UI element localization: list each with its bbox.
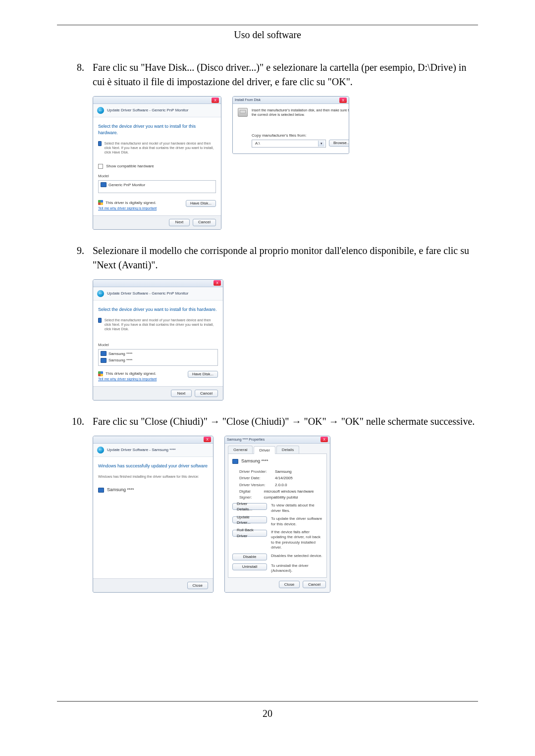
- close-icon[interactable]: X: [321, 437, 328, 442]
- monitor-icon: [98, 318, 102, 323]
- close-icon[interactable]: X: [214, 280, 221, 286]
- next-button[interactable]: Next: [169, 219, 190, 226]
- uninstall-desc: To uninstall the driver (Advanced).: [271, 563, 322, 574]
- wizard-subtext: Windows has finished installing the driv…: [98, 474, 208, 479]
- wizard-breadcrumb: Update Driver Software - Samsung ****: [107, 447, 176, 453]
- model-label: Model: [98, 342, 218, 348]
- signed-label: This driver is digitally signed.: [106, 371, 156, 376]
- monitor-icon: [98, 488, 104, 493]
- install-from-disk-dialog: Install From Disk X Insert the manufactu…: [232, 96, 349, 154]
- cancel-button[interactable]: Cancel: [193, 219, 216, 226]
- disable-desc: Disables the selected device.: [271, 554, 322, 558]
- copy-from-label: Copy manufacturer's files from:: [252, 133, 349, 139]
- back-icon[interactable]: ←: [97, 107, 104, 114]
- version-label: Driver Version:: [239, 482, 275, 488]
- close-icon[interactable]: X: [204, 437, 211, 442]
- monitor-icon: [101, 351, 107, 356]
- rollback-driver-button[interactable]: Roll Back Driver: [232, 530, 267, 537]
- device-properties-dialog: Samsung **** Properties X General Driver…: [224, 436, 330, 593]
- driver-details-desc: To view details about the driver files.: [271, 503, 322, 513]
- model-item[interactable]: Samsung ****: [108, 357, 132, 363]
- wizard-desc: Select the manufacturer and model of you…: [105, 141, 216, 154]
- dialog-title: Install From Disk: [235, 98, 261, 102]
- close-icon[interactable]: X: [212, 98, 219, 103]
- date-label: Driver Date:: [239, 475, 275, 481]
- cancel-button[interactable]: Cancel: [195, 390, 218, 397]
- rollback-driver-desc: If the device fails after updating the d…: [271, 530, 322, 551]
- tab-general[interactable]: General: [228, 446, 253, 454]
- step-9: Selezionare il modello che corrisponde a…: [87, 244, 478, 401]
- device-name: Samsung ****: [107, 487, 134, 493]
- have-disk-button[interactable]: Have Disk...: [186, 200, 216, 207]
- step-10: Fare clic su "Close (Chiudi)" → "Close (…: [87, 414, 478, 593]
- update-driver-wizard-1: X ← Update Driver Software - Generic PnP…: [93, 96, 221, 230]
- dialog-title: Samsung **** Properties: [227, 437, 265, 442]
- wizard-breadcrumb: Update Driver Software - Generic PnP Mon…: [107, 291, 188, 297]
- wizard-heading: Select the device driver you want to ins…: [98, 123, 216, 136]
- driver-details-button[interactable]: Driver Details...: [232, 503, 267, 510]
- show-compatible-checkbox[interactable]: [98, 164, 103, 169]
- have-disk-button[interactable]: Have Disk...: [188, 371, 218, 378]
- device-name: Samsung ****: [241, 458, 268, 464]
- wizard-breadcrumb: Update Driver Software - Generic PnP Mon…: [107, 107, 188, 113]
- step-8-text: Fare clic su "Have Disk... (Disco driver…: [93, 62, 466, 87]
- update-driver-desc: To update the driver software for this d…: [271, 516, 322, 527]
- model-item[interactable]: Samsung ****: [108, 351, 132, 357]
- close-button[interactable]: Close: [279, 581, 300, 588]
- monitor-icon: [101, 358, 107, 363]
- step-10-text: Fare clic su "Close (Chiudi)" → "Close (…: [93, 416, 475, 427]
- model-list[interactable]: Samsung **** Samsung ****: [98, 349, 218, 366]
- back-icon[interactable]: ←: [97, 290, 104, 297]
- tab-driver[interactable]: Driver: [254, 446, 275, 454]
- page-number: 20: [0, 708, 535, 719]
- wizard-desc: Select the manufacturer and model of you…: [105, 318, 218, 331]
- combo-value: A:\: [255, 141, 260, 147]
- date-value: 4/14/2005: [275, 475, 293, 481]
- model-list[interactable]: Generic PnP Monitor: [98, 180, 216, 193]
- signing-link[interactable]: Tell me why driver signing is important: [98, 206, 157, 210]
- show-compatible-label: Show compatible hardware: [106, 164, 154, 168]
- page-header: Uso del software: [57, 29, 478, 41]
- model-label: Model: [98, 173, 216, 179]
- monitor-icon: [232, 459, 238, 464]
- wizard-heading: Windows has successfully updated your dr…: [98, 463, 208, 469]
- chevron-down-icon[interactable]: ▾: [318, 141, 324, 147]
- disk-icon: [238, 108, 248, 117]
- uninstall-button[interactable]: Uninstall: [232, 563, 267, 570]
- dialog-message: Insert the manufacturer's installation d…: [252, 108, 349, 117]
- step-9-text: Selezionare il modello che corrisponde a…: [93, 245, 469, 270]
- model-item[interactable]: Generic PnP Monitor: [108, 182, 145, 188]
- signer-label: Digital Signer:: [239, 489, 264, 500]
- tab-details[interactable]: Details: [276, 446, 299, 454]
- version-value: 2.0.0.0: [275, 482, 287, 488]
- next-button[interactable]: Next: [171, 390, 192, 397]
- monitor-icon: [98, 141, 102, 146]
- shield-icon: [98, 200, 103, 205]
- close-icon[interactable]: X: [339, 98, 347, 103]
- browse-button[interactable]: Browse...: [329, 140, 349, 147]
- update-driver-button[interactable]: Update Driver...: [232, 516, 267, 523]
- signing-link[interactable]: Tell me why driver signing is important: [98, 377, 157, 381]
- signer-value: microsoft windows hardware compatibility…: [264, 489, 322, 500]
- provider-value: Samsung: [275, 469, 292, 475]
- back-icon[interactable]: ←: [97, 447, 104, 454]
- shield-icon: [98, 371, 103, 376]
- copy-from-combo[interactable]: A:\ ▾: [252, 140, 326, 148]
- provider-label: Driver Provider:: [239, 469, 275, 475]
- disable-button[interactable]: Disable: [232, 554, 267, 560]
- close-button[interactable]: Close: [187, 582, 208, 589]
- wizard-heading: Select the device driver you want to ins…: [98, 306, 218, 313]
- signed-label: This driver is digitally signed.: [106, 201, 156, 205]
- monitor-icon: [101, 182, 107, 187]
- update-driver-wizard-2: X ← Update Driver Software - Generic PnP…: [93, 279, 223, 401]
- cancel-button[interactable]: Cancel: [303, 581, 326, 588]
- update-driver-wizard-success: X ← Update Driver Software - Samsung ***…: [93, 436, 214, 593]
- step-8: Fare clic su "Have Disk... (Disco driver…: [87, 60, 478, 230]
